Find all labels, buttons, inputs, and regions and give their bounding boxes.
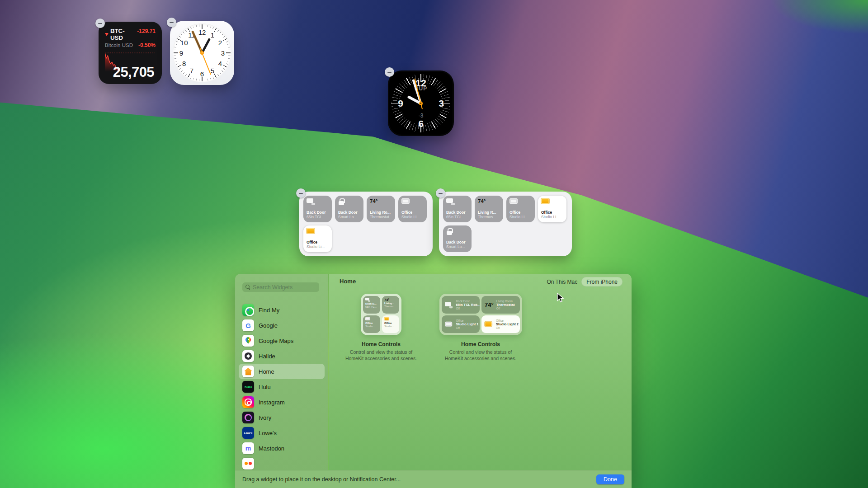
tile-room: Office xyxy=(456,319,477,322)
sidebar-item-ivory[interactable]: Ivory xyxy=(235,410,328,425)
tile-room: Office xyxy=(307,240,329,245)
sidebar-item-partial[interactable] xyxy=(235,456,328,470)
widget-preview-title: Home Controls xyxy=(461,341,500,347)
light-icon xyxy=(509,198,518,204)
accessory-tile-lock[interactable]: Back Door Smart Lo... xyxy=(443,225,472,252)
analog-clock-widget-black[interactable]: 12 3 6 9 CUP -3 xyxy=(388,70,454,136)
light-icon xyxy=(401,198,410,204)
tv-icon xyxy=(307,198,316,205)
sidebar-item-find-my[interactable]: Find My xyxy=(235,302,328,318)
clock-numeral: 1 xyxy=(211,31,214,39)
stocks-widget[interactable]: BTC-USD -129.71 Bitcoin USD -0.50% 25,70… xyxy=(99,22,162,84)
preview-tile-light-on: Office Studio Light 2 On xyxy=(481,315,520,333)
home-controls-preview-widget[interactable]: Back D... 65in TC... 74° Living... Therm… xyxy=(361,294,401,335)
tile-state: On xyxy=(496,326,517,329)
clock-numeral: 3 xyxy=(439,98,444,109)
sidebar-item-lowes[interactable]: Lowe's Lowe's xyxy=(235,425,328,441)
preview-tile-tv: Back Door 65in TCL Rok... Off xyxy=(442,296,480,314)
preview-tile-light-on: Office Studio... xyxy=(382,315,399,333)
clock-numeral: 6 xyxy=(200,70,204,78)
tile-room: Back Door xyxy=(446,240,468,245)
remove-widget-button[interactable] xyxy=(436,188,445,198)
preview-tile-light: Office Studio Light 1 Off xyxy=(442,315,480,333)
clock-center-pin xyxy=(200,51,204,55)
home-controls-widget[interactable]: Back Door 65in TCL... Back Door Smart Lo… xyxy=(299,192,433,256)
accessory-tile-light[interactable]: Office Studio Li... xyxy=(398,196,427,222)
accessory-tile-thermostat[interactable]: 74° Living R... Thermos... xyxy=(475,196,503,222)
tile-device: 65in TCL... xyxy=(307,215,329,220)
main-header: Home On This Mac From iPhone xyxy=(329,274,632,289)
partially-visible-app-icon xyxy=(242,458,254,469)
home-app-icon xyxy=(242,366,254,377)
mouse-cursor xyxy=(557,293,565,304)
clock-numeral: 9 xyxy=(398,98,403,109)
sidebar-item-mastodon[interactable]: m Mastodon xyxy=(235,441,328,456)
tile-device: Studio Li... xyxy=(401,215,424,220)
accessory-tile-light-on[interactable]: Office Studio Li... xyxy=(538,196,566,222)
sidebar-item-label: Halide xyxy=(259,353,275,360)
tile-device: 65in TC... xyxy=(365,305,378,309)
sidebar-item-home[interactable]: Home xyxy=(239,364,325,379)
hulu-wordmark: hulu xyxy=(245,385,252,389)
remove-widget-button[interactable] xyxy=(385,67,394,77)
tab-from-iphone[interactable]: From iPhone xyxy=(581,277,623,286)
accessory-tile-lock[interactable]: Back Door Smart Lo... xyxy=(335,196,363,222)
tv-icon xyxy=(365,298,371,302)
sidebar-item-google-maps[interactable]: Google Maps xyxy=(235,333,328,348)
tile-device: Studio... xyxy=(384,325,397,328)
desktop[interactable]: BTC-USD -129.71 Bitcoin USD -0.50% 25,70… xyxy=(0,0,868,488)
search-input[interactable] xyxy=(253,284,316,291)
home-controls-preview-widget[interactable]: Back Door 65in TCL Rok... Off 74° Living… xyxy=(439,294,522,335)
mastodon-m-glyph: m xyxy=(245,445,251,452)
accessory-tile-tv[interactable]: Back Door 65in TCL... xyxy=(443,196,472,222)
clock-numeral: 3 xyxy=(221,49,225,57)
clock-numeral: 10 xyxy=(180,39,188,47)
clock-numeral: 5 xyxy=(211,67,214,75)
sidebar-item-halide[interactable]: Halide xyxy=(235,348,328,364)
widget-preview-medium: Back Door 65in TCL Rok... Off 74° Living… xyxy=(435,294,526,361)
analog-clock-widget-white[interactable]: 12 1 2 3 4 5 6 7 8 9 10 11 xyxy=(170,21,234,85)
ivory-app-icon xyxy=(242,412,254,423)
stock-header-row: BTC-USD -129.71 xyxy=(105,28,156,41)
sidebar-item-instagram[interactable]: Instagram xyxy=(235,394,328,410)
search-widgets-field[interactable] xyxy=(242,282,319,292)
tile-state: Off xyxy=(456,326,477,329)
remove-widget-button[interactable] xyxy=(296,188,306,198)
tile-device: Smart Lo... xyxy=(446,244,468,249)
done-button[interactable]: Done xyxy=(596,474,624,484)
light-on-icon xyxy=(485,321,492,326)
tile-room: Living Room xyxy=(496,300,515,303)
tile-room: Living... xyxy=(384,302,397,305)
stock-name: Bitcoin USD xyxy=(105,42,133,48)
clock-city-code: CUP xyxy=(388,85,454,92)
clock-numeral: 12 xyxy=(198,28,206,36)
clock-numeral: 6 xyxy=(418,118,424,129)
find-my-app-icon xyxy=(242,304,254,316)
sidebar-item-label: Google Maps xyxy=(259,338,293,344)
tile-room: Office xyxy=(541,210,563,215)
stock-change: -129.71 xyxy=(137,28,156,34)
accessory-tile-light[interactable]: Office Studio Li... xyxy=(506,196,535,222)
widget-preview-description: Control and view the status of HomeKit a… xyxy=(342,349,420,361)
drag-hint-text: Drag a widget to place it on the desktop… xyxy=(242,476,401,483)
clock-utc-offset: -3 xyxy=(388,113,454,119)
tile-state: Off xyxy=(456,307,477,310)
google-maps-app-icon xyxy=(242,335,254,347)
sidebar-item-google[interactable]: G Google xyxy=(235,318,328,333)
tile-device: 65in TCL Rok... xyxy=(456,303,477,307)
accessory-tile-tv[interactable]: Back Door 65in TCL... xyxy=(303,196,332,222)
clock-center-pin xyxy=(419,102,423,105)
remove-widget-button[interactable] xyxy=(95,19,105,28)
widget-preview-description: Control and view the status of HomeKit a… xyxy=(442,349,519,361)
accessory-tile-thermostat[interactable]: 74° Living Ro... Thermostat xyxy=(367,196,395,222)
remove-widget-button[interactable] xyxy=(167,18,176,27)
sidebar-item-hulu[interactable]: hulu Hulu xyxy=(235,379,328,394)
sidebar-item-label: Instagram xyxy=(259,399,285,406)
tab-on-this-mac[interactable]: On This Mac xyxy=(547,279,577,285)
sidebar-item-label: Home xyxy=(259,368,274,375)
home-controls-widget[interactable]: Back Door 65in TCL... 74° Living R... Th… xyxy=(439,192,572,256)
widget-preview-small: Back D... 65in TC... 74° Living... Therm… xyxy=(336,294,426,361)
tile-room: Living R... xyxy=(478,210,500,215)
accessory-tile-light-on[interactable]: Office Studio Li... xyxy=(303,225,332,252)
light-on-icon xyxy=(384,317,389,320)
